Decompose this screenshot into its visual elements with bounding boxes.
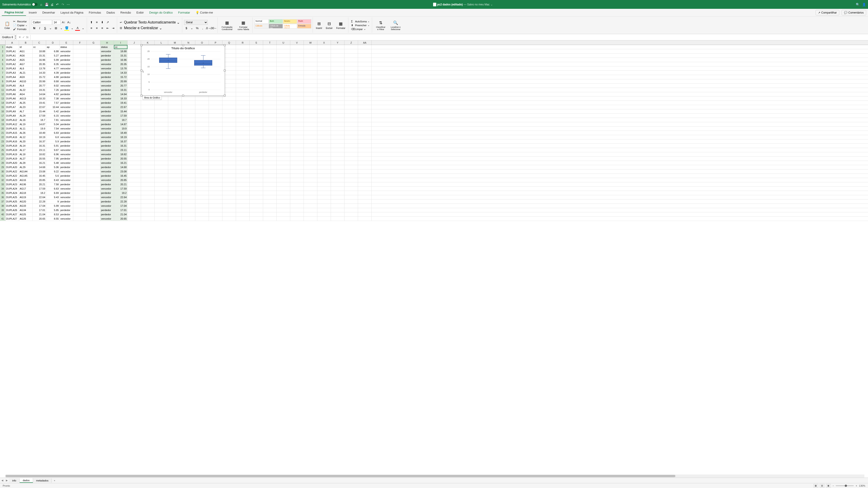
cell[interactable]: perdedor xyxy=(60,182,73,186)
cell[interactable]: 19.41 xyxy=(114,101,127,105)
cell[interactable] xyxy=(317,135,331,139)
cell[interactable] xyxy=(331,62,344,66)
cell[interactable] xyxy=(195,213,209,217)
cell[interactable] xyxy=(73,96,87,101)
cell[interactable] xyxy=(358,139,372,143)
cell[interactable] xyxy=(127,127,141,131)
cell[interactable] xyxy=(73,58,87,62)
cell[interactable] xyxy=(87,118,100,122)
cell[interactable]: 19.41 xyxy=(33,101,46,105)
cell[interactable] xyxy=(290,88,304,92)
cell[interactable]: vencedor xyxy=(100,66,114,70)
cell[interactable] xyxy=(344,187,358,191)
cell[interactable]: vencedor xyxy=(60,113,73,118)
chart-title[interactable]: Título do Gráfico xyxy=(142,45,225,51)
cell[interactable] xyxy=(344,62,358,66)
cell[interactable] xyxy=(358,195,372,199)
tab-draw[interactable]: Desenhar xyxy=(39,9,58,15)
tab-tell-me[interactable]: 💡Conte-me xyxy=(193,9,216,15)
cell[interactable] xyxy=(344,148,358,152)
cell[interactable] xyxy=(358,127,372,131)
name-box-spinner[interactable]: ▲▼ xyxy=(14,35,17,40)
cell[interactable] xyxy=(209,101,222,105)
cell[interactable] xyxy=(290,148,304,152)
cell[interactable] xyxy=(168,113,182,118)
cell[interactable]: vencedor xyxy=(60,217,73,221)
cell[interactable]: 19.31 xyxy=(114,88,127,92)
cell[interactable] xyxy=(263,191,277,195)
cell[interactable]: 19.9 xyxy=(114,127,127,131)
cell[interactable] xyxy=(141,101,155,105)
cell[interactable]: AG26 xyxy=(19,217,33,221)
cell[interactable] xyxy=(222,118,236,122)
cell[interactable] xyxy=(73,92,87,96)
cell[interactable]: vencedor xyxy=(100,161,114,165)
cell[interactable] xyxy=(155,105,168,109)
cell[interactable]: 16.45 xyxy=(114,174,127,178)
cell[interactable] xyxy=(331,191,344,195)
cell[interactable]: 7.54 xyxy=(46,127,60,131)
fill-button[interactable]: ⬇Preencher⌄ xyxy=(350,24,370,27)
cell[interactable] xyxy=(87,217,100,221)
cell[interactable] xyxy=(236,105,250,109)
cell[interactable] xyxy=(358,157,372,161)
cell[interactable]: vencedor xyxy=(100,152,114,156)
cell[interactable] xyxy=(344,157,358,161)
cell[interactable] xyxy=(344,213,358,217)
cell[interactable]: ap xyxy=(46,45,60,49)
cell[interactable] xyxy=(290,54,304,58)
cell[interactable] xyxy=(87,161,100,165)
cell[interactable] xyxy=(182,157,195,161)
tab-view[interactable]: Exibir xyxy=(134,9,147,15)
cell[interactable] xyxy=(358,45,372,49)
cell[interactable] xyxy=(250,174,263,178)
cell[interactable] xyxy=(304,84,317,88)
cell[interactable] xyxy=(195,161,209,165)
cell[interactable] xyxy=(317,144,331,148)
row-header-23[interactable]: 23 xyxy=(0,139,5,143)
cell[interactable] xyxy=(317,148,331,152)
cell[interactable] xyxy=(73,113,87,118)
cell[interactable] xyxy=(236,96,250,101)
row-header-10[interactable]: 10 xyxy=(0,84,5,88)
fill-color-button[interactable]: 🪣 xyxy=(64,26,69,31)
cell[interactable] xyxy=(141,165,155,169)
cell[interactable]: DUPLA18 xyxy=(5,148,19,152)
cell[interactable]: AL22 xyxy=(19,88,33,92)
cell[interactable] xyxy=(304,109,317,113)
cell[interactable] xyxy=(87,113,100,118)
cell[interactable] xyxy=(127,105,141,109)
cell[interactable] xyxy=(250,195,263,199)
cell[interactable] xyxy=(277,148,290,152)
cell[interactable] xyxy=(358,118,372,122)
row-header-13[interactable]: 13 xyxy=(0,96,5,101)
col-header-R[interactable]: R xyxy=(236,40,250,45)
cell[interactable] xyxy=(358,213,372,217)
cell[interactable] xyxy=(263,208,277,212)
cell[interactable] xyxy=(73,45,87,49)
cell[interactable] xyxy=(168,199,182,203)
align-left-button[interactable]: ≡ xyxy=(89,26,94,31)
cell[interactable] xyxy=(127,195,141,199)
cell[interactable] xyxy=(127,118,141,122)
cell[interactable] xyxy=(250,122,263,126)
cell[interactable] xyxy=(331,49,344,53)
cell[interactable] xyxy=(358,79,372,84)
resize-handle[interactable] xyxy=(141,44,143,46)
cell[interactable] xyxy=(331,131,344,135)
cell[interactable] xyxy=(141,144,155,148)
cell[interactable] xyxy=(263,217,277,221)
cell[interactable] xyxy=(87,88,100,92)
cell[interactable]: 18.33 xyxy=(33,96,46,101)
cell[interactable] xyxy=(87,84,100,88)
cell[interactable] xyxy=(317,191,331,195)
style-normal[interactable]: Normal xyxy=(254,19,269,24)
cell[interactable] xyxy=(277,208,290,212)
cell[interactable] xyxy=(331,139,344,143)
cell[interactable] xyxy=(168,152,182,156)
cell[interactable] xyxy=(195,174,209,178)
cell[interactable] xyxy=(250,161,263,165)
search-icon[interactable]: 🔍 xyxy=(856,3,860,6)
cell[interactable] xyxy=(304,101,317,105)
cell[interactable] xyxy=(290,127,304,131)
